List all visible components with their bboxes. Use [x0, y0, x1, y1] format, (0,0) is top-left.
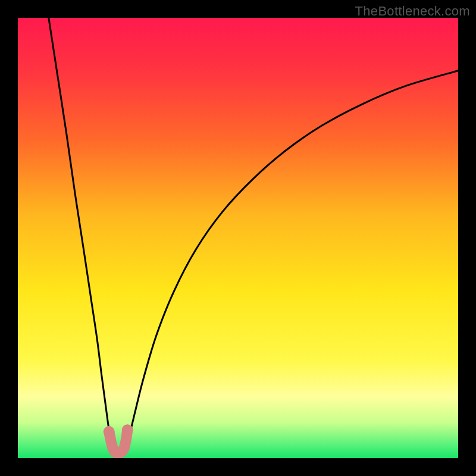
plot-area	[18, 18, 458, 458]
chart-svg	[18, 18, 458, 458]
chart-background-gradient	[18, 18, 458, 458]
marker-dot	[122, 424, 133, 436]
chart-outer-frame: TheBottleneck.com	[0, 0, 476, 476]
marker-dot	[104, 426, 115, 437]
watermark-text: TheBottleneck.com	[355, 4, 470, 19]
